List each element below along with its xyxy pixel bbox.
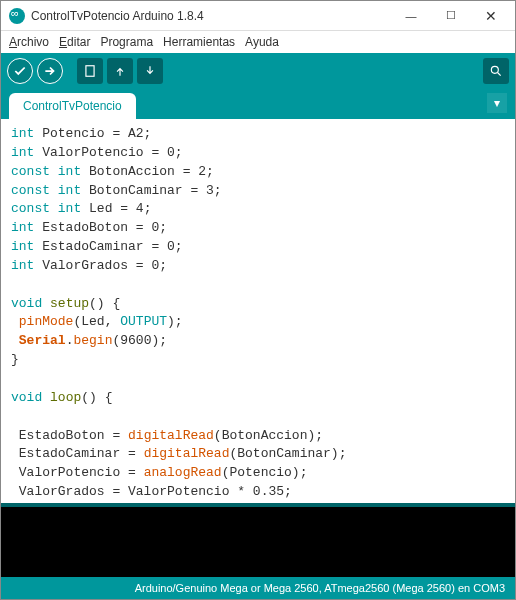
code-token: analogRead [144,465,222,480]
code-token: (Led, [73,314,120,329]
arduino-logo-icon [9,8,25,24]
code-token: Led = 4; [81,201,151,216]
code-editor[interactable]: int Potencio = A2; int ValorPotencio = 0… [1,119,515,503]
code-token: } [11,352,19,367]
svg-rect-0 [86,66,94,77]
code-token: EstadoCaminar = 0; [34,239,182,254]
code-token: Serial [19,333,66,348]
maximize-button[interactable]: ☐ [431,2,471,30]
save-button[interactable] [137,58,163,84]
code-token: digitalRead [128,428,214,443]
code-token: BotonCaminar = 3; [81,183,221,198]
serial-monitor-button[interactable] [483,58,509,84]
code-token: int [11,258,34,273]
code-token [11,333,19,348]
code-token: const [11,183,50,198]
code-token: void [11,390,42,405]
board-info: Arduino/Genuino Mega or Mega 2560, ATmeg… [135,582,505,594]
code-token: () { [89,296,120,311]
code-token: (BotonCaminar); [229,446,346,461]
code-token: pinMode [19,314,74,329]
code-token: digitalRead [144,446,230,461]
code-token [42,296,50,311]
tab-sketch[interactable]: ControlTvPotencio [9,93,136,119]
titlebar: ControlTvPotencio Arduino 1.8.4 — ☐ ✕ [1,1,515,31]
code-token: EstadoCaminar = [11,446,144,461]
window-title: ControlTvPotencio Arduino 1.8.4 [31,9,391,23]
code-token: setup [50,296,89,311]
console-output[interactable] [1,507,515,577]
code-token: ValorPotencio = 0; [34,145,182,160]
open-button[interactable] [107,58,133,84]
code-token: int [11,145,34,160]
code-token: const [11,164,50,179]
menu-editar[interactable]: Editar [59,35,90,49]
menu-ayuda[interactable]: Ayuda [245,35,279,49]
code-token: () { [81,390,112,405]
menu-archivo[interactable]: Archivo [9,35,49,49]
code-token: ValorPotencio = [11,465,144,480]
code-token: (9600); [112,333,167,348]
code-token: BotonAccion = 2; [81,164,214,179]
svg-point-1 [491,66,498,73]
tab-menu-button[interactable]: ▾ [487,93,507,113]
code-token: void [11,296,42,311]
code-token: ValorGrados = ValorPotencio * 0.35; [11,484,292,499]
menu-programa[interactable]: Programa [100,35,153,49]
code-token: int [11,126,34,141]
code-token [11,314,19,329]
code-token: ValorGrados = 0; [34,258,167,273]
code-token: EstadoBoton = [11,428,128,443]
toolbar [1,53,515,89]
code-token: loop [50,390,81,405]
code-token: ); [167,314,183,329]
upload-button[interactable] [37,58,63,84]
code-token: OUTPUT [120,314,167,329]
statusbar: Arduino/Genuino Mega or Mega 2560, ATmeg… [1,577,515,599]
code-token: begin [73,333,112,348]
code-token [42,390,50,405]
menubar: Archivo Editar Programa Herramientas Ayu… [1,31,515,53]
close-button[interactable]: ✕ [471,2,511,30]
code-token: Potencio = A2; [34,126,151,141]
menu-herramientas[interactable]: Herramientas [163,35,235,49]
code-token: int [50,183,81,198]
tabbar: ControlTvPotencio ▾ [1,89,515,119]
code-token: EstadoBoton = 0; [34,220,167,235]
code-token: int [50,201,81,216]
code-token: const [11,201,50,216]
code-token: (BotonAccion); [214,428,323,443]
minimize-button[interactable]: — [391,2,431,30]
code-token: (Potencio); [222,465,308,480]
verify-button[interactable] [7,58,33,84]
code-token: int [50,164,81,179]
code-token: int [11,239,34,254]
new-button[interactable] [77,58,103,84]
code-token: int [11,220,34,235]
